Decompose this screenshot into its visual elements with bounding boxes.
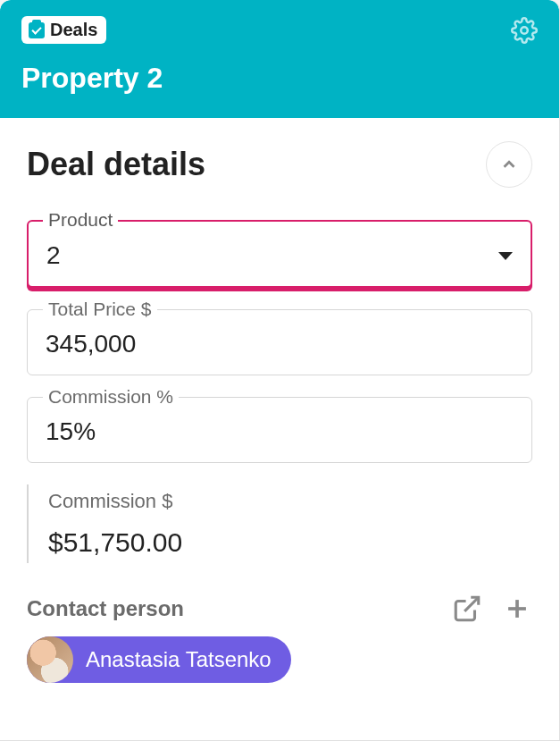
deal-panel: Deals Property 2 Deal details Product [0,0,560,741]
commission-pct-field-wrap: Commission % 15% [27,397,532,463]
caret-down-icon [498,252,513,260]
contact-person-label: Contact person [27,596,184,621]
contact-person-row: Contact person [27,594,532,624]
commission-pct-label: Commission % [43,386,179,408]
header-top-row: Deals [21,16,538,44]
deals-chip[interactable]: Deals [21,16,106,44]
total-price-value: 345,000 [46,330,136,358]
open-external-icon[interactable] [452,594,482,624]
product-field-wrap: Product 2 [27,220,532,288]
commission-pct-value: 15% [46,417,96,445]
svg-point-0 [521,27,528,34]
collapse-button[interactable] [486,141,532,188]
total-price-label: Total Price $ [43,299,157,320]
panel-body: Deal details Product 2 Total Price $ 345… [0,118,559,704]
plus-icon[interactable] [502,594,532,624]
product-value: 2 [46,241,61,270]
total-price-field-wrap: Total Price $ 345,000 [27,309,532,375]
commission-amt-block: Commission $ $51,750.00 [27,484,532,563]
panel-header: Deals Property 2 [0,0,559,118]
avatar [27,636,73,683]
svg-line-1 [464,597,479,611]
chevron-up-icon [499,155,519,174]
gear-icon[interactable] [511,17,538,44]
contact-chip[interactable]: Anastasia Tatsenko [27,636,291,683]
contact-name: Anastasia Tatsenko [86,647,272,672]
deals-chip-label: Deals [50,20,97,40]
section-title: Deal details [27,146,205,183]
section-header: Deal details [27,141,532,188]
product-label: Product [43,209,118,231]
clipboard-check-icon [29,22,45,38]
commission-amt-label: Commission $ [48,490,532,513]
commission-amt-value: $51,750.00 [48,527,532,558]
page-title: Property 2 [21,62,538,95]
contact-actions [452,594,532,624]
